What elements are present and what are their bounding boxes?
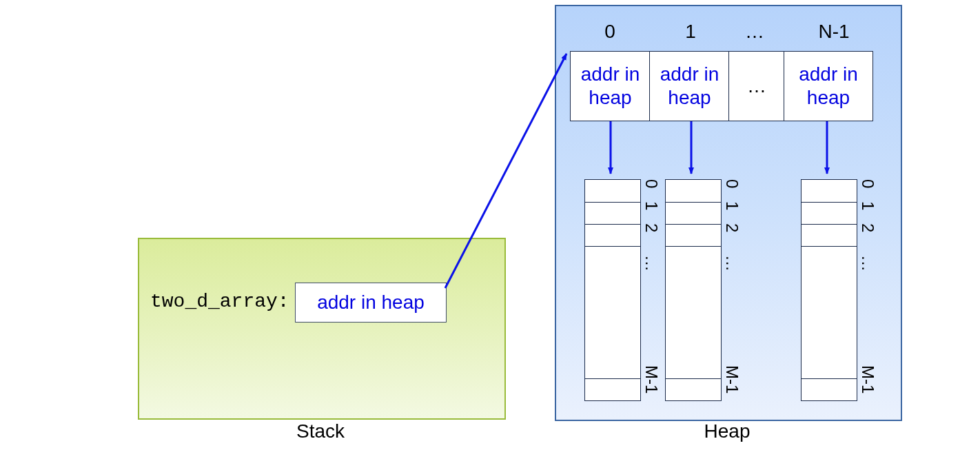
col1-idx-1: 1 bbox=[725, 201, 742, 210]
heap-label: Heap bbox=[555, 420, 899, 442]
col0-idx-ellipsis: … bbox=[644, 255, 661, 272]
coln-idx-2: 2 bbox=[861, 223, 877, 232]
inner-array-col-1 bbox=[665, 179, 722, 401]
coln-idx-m-1: M-1 bbox=[861, 365, 877, 394]
col0-idx-1: 1 bbox=[644, 201, 661, 210]
cell-text: … bbox=[747, 74, 766, 98]
top-index-n-1: N-1 bbox=[796, 21, 872, 43]
col1-idx-ellipsis: … bbox=[725, 255, 742, 272]
coln-idx-1: 1 bbox=[861, 201, 877, 210]
cell-text: addr in heap bbox=[581, 63, 640, 109]
cell-text: addr in heap bbox=[660, 63, 719, 109]
col0-idx-m-1: M-1 bbox=[644, 365, 661, 394]
row-pointer-cell-1: addr in heap bbox=[649, 51, 730, 121]
stack-region bbox=[138, 238, 506, 420]
inner-array-col-0 bbox=[584, 179, 641, 401]
coln-idx-0: 0 bbox=[861, 179, 877, 188]
col1-idx-0: 0 bbox=[725, 179, 742, 188]
col1-idx-2: 2 bbox=[725, 223, 742, 232]
diagram-stage: Stack two_d_array: addr in heap Heap 0 1… bbox=[0, 0, 980, 470]
stack-pointer-box: addr in heap bbox=[295, 283, 447, 323]
inner-array-col-n-1 bbox=[801, 179, 857, 401]
top-index-ellipsis: … bbox=[731, 21, 779, 43]
row-pointer-cell-0: addr in heap bbox=[570, 51, 651, 121]
variable-name: two_d_array: bbox=[150, 291, 289, 312]
col1-idx-m-1: M-1 bbox=[725, 365, 742, 394]
top-index-1: 1 bbox=[653, 21, 728, 43]
row-pointer-cell-n-1: addr in heap bbox=[784, 51, 873, 121]
top-index-0: 0 bbox=[572, 21, 648, 43]
coln-idx-ellipsis: … bbox=[861, 255, 877, 272]
col0-idx-0: 0 bbox=[644, 179, 661, 188]
row-pointer-cell-ellipsis: … bbox=[728, 51, 785, 121]
col0-idx-2: 2 bbox=[644, 223, 661, 232]
cell-text: addr in heap bbox=[799, 63, 858, 109]
stack-label: Stack bbox=[138, 420, 503, 442]
